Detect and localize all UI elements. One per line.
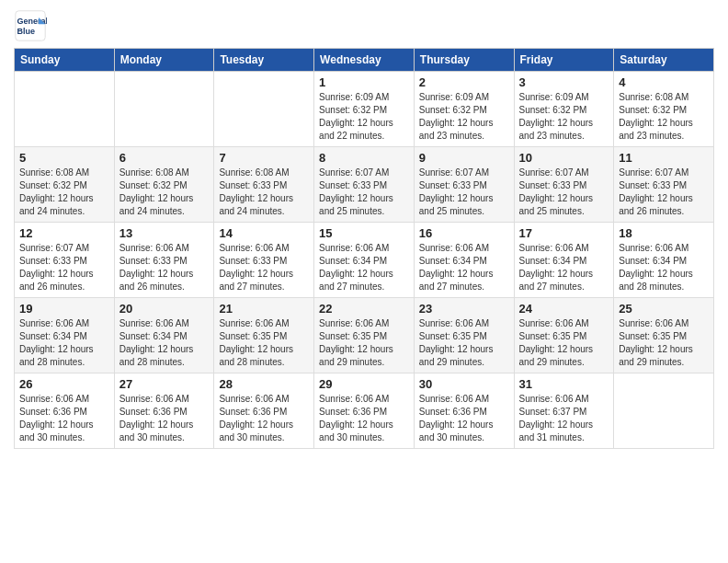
cell-info: Sunrise: 6:06 AMSunset: 6:35 PMDaylight:… bbox=[619, 317, 709, 369]
cell-info: Sunrise: 6:06 AMSunset: 6:37 PMDaylight:… bbox=[519, 393, 609, 444]
calendar-cell: 5Sunrise: 6:08 AMSunset: 6:32 PMDaylight… bbox=[15, 147, 115, 223]
calendar-cell: 3Sunrise: 6:09 AMSunset: 6:32 PMDaylight… bbox=[514, 72, 614, 147]
cell-info: Sunrise: 6:06 AMSunset: 6:34 PMDaylight:… bbox=[619, 242, 709, 293]
cell-info: Sunrise: 6:06 AMSunset: 6:34 PMDaylight:… bbox=[519, 242, 609, 293]
cell-info: Sunrise: 6:06 AMSunset: 6:36 PMDaylight:… bbox=[19, 393, 109, 444]
calendar-cell: 21Sunrise: 6:06 AMSunset: 6:35 PMDayligh… bbox=[214, 298, 314, 373]
calendar-cell: 17Sunrise: 6:06 AMSunset: 6:34 PMDayligh… bbox=[514, 223, 614, 298]
cell-info: Sunrise: 6:06 AMSunset: 6:35 PMDaylight:… bbox=[519, 317, 609, 369]
svg-text:Blue: Blue bbox=[17, 27, 36, 36]
day-number: 28 bbox=[219, 377, 309, 391]
header: General Blue bbox=[14, 9, 714, 42]
calendar-cell: 29Sunrise: 6:06 AMSunset: 6:36 PMDayligh… bbox=[314, 373, 415, 449]
cell-info: Sunrise: 6:08 AMSunset: 6:32 PMDaylight:… bbox=[19, 167, 109, 218]
day-number: 29 bbox=[319, 377, 409, 391]
day-number: 2 bbox=[419, 75, 509, 89]
cell-info: Sunrise: 6:07 AMSunset: 6:33 PMDaylight:… bbox=[19, 242, 109, 293]
calendar-cell bbox=[614, 373, 714, 449]
cell-info: Sunrise: 6:06 AMSunset: 6:34 PMDaylight:… bbox=[319, 242, 409, 293]
calendar-cell: 8Sunrise: 6:07 AMSunset: 6:33 PMDaylight… bbox=[314, 147, 415, 223]
calendar-cell: 26Sunrise: 6:06 AMSunset: 6:36 PMDayligh… bbox=[15, 373, 115, 449]
day-number: 8 bbox=[319, 151, 409, 165]
calendar-cell: 23Sunrise: 6:06 AMSunset: 6:35 PMDayligh… bbox=[414, 298, 514, 373]
calendar-cell: 25Sunrise: 6:06 AMSunset: 6:35 PMDayligh… bbox=[614, 298, 714, 373]
logo: General Blue bbox=[14, 9, 51, 42]
day-number: 31 bbox=[519, 377, 609, 391]
day-number: 9 bbox=[419, 151, 509, 165]
calendar-cell: 6Sunrise: 6:08 AMSunset: 6:32 PMDaylight… bbox=[114, 147, 214, 223]
calendar-cell: 18Sunrise: 6:06 AMSunset: 6:34 PMDayligh… bbox=[614, 223, 714, 298]
calendar-cell bbox=[114, 72, 214, 147]
day-number: 16 bbox=[419, 226, 509, 240]
day-number: 4 bbox=[619, 75, 709, 89]
day-number: 10 bbox=[519, 151, 609, 165]
day-number: 25 bbox=[619, 302, 709, 316]
calendar-cell: 13Sunrise: 6:06 AMSunset: 6:33 PMDayligh… bbox=[114, 223, 214, 298]
calendar-cell: 24Sunrise: 6:06 AMSunset: 6:35 PMDayligh… bbox=[514, 298, 614, 373]
day-number: 14 bbox=[219, 226, 309, 240]
calendar-cell: 22Sunrise: 6:06 AMSunset: 6:35 PMDayligh… bbox=[314, 298, 415, 373]
cell-info: Sunrise: 6:06 AMSunset: 6:34 PMDaylight:… bbox=[419, 242, 509, 293]
calendar-cell: 9Sunrise: 6:07 AMSunset: 6:33 PMDaylight… bbox=[414, 147, 514, 223]
day-number: 30 bbox=[419, 377, 509, 391]
calendar-cell: 11Sunrise: 6:07 AMSunset: 6:33 PMDayligh… bbox=[614, 147, 714, 223]
cell-info: Sunrise: 6:09 AMSunset: 6:32 PMDaylight:… bbox=[419, 91, 509, 143]
calendar-cell: 30Sunrise: 6:06 AMSunset: 6:36 PMDayligh… bbox=[414, 373, 514, 449]
calendar-cell: 28Sunrise: 6:06 AMSunset: 6:36 PMDayligh… bbox=[214, 373, 314, 449]
calendar-cell: 19Sunrise: 6:06 AMSunset: 6:34 PMDayligh… bbox=[15, 298, 115, 373]
day-number: 17 bbox=[519, 226, 609, 240]
day-number: 18 bbox=[619, 226, 709, 240]
cell-info: Sunrise: 6:06 AMSunset: 6:33 PMDaylight:… bbox=[119, 242, 210, 293]
day-header-saturday: Saturday bbox=[614, 49, 714, 72]
day-number: 7 bbox=[219, 151, 309, 165]
day-number: 20 bbox=[119, 302, 210, 316]
calendar-cell: 16Sunrise: 6:06 AMSunset: 6:34 PMDayligh… bbox=[414, 223, 514, 298]
day-number: 11 bbox=[619, 151, 709, 165]
day-number: 1 bbox=[319, 75, 409, 89]
calendar-body: 1Sunrise: 6:09 AMSunset: 6:32 PMDaylight… bbox=[15, 72, 714, 449]
calendar-cell: 14Sunrise: 6:06 AMSunset: 6:33 PMDayligh… bbox=[214, 223, 314, 298]
day-header-sunday: Sunday bbox=[15, 49, 115, 72]
cell-info: Sunrise: 6:06 AMSunset: 6:36 PMDaylight:… bbox=[419, 393, 509, 444]
cell-info: Sunrise: 6:06 AMSunset: 6:34 PMDaylight:… bbox=[119, 317, 210, 369]
day-number: 15 bbox=[319, 226, 409, 240]
day-header-tuesday: Tuesday bbox=[214, 49, 314, 72]
day-number: 23 bbox=[419, 302, 509, 316]
calendar-cell: 31Sunrise: 6:06 AMSunset: 6:37 PMDayligh… bbox=[514, 373, 614, 449]
cell-info: Sunrise: 6:06 AMSunset: 6:34 PMDaylight:… bbox=[19, 317, 109, 369]
day-header-friday: Friday bbox=[514, 49, 614, 72]
cell-info: Sunrise: 6:06 AMSunset: 6:35 PMDaylight:… bbox=[219, 317, 309, 369]
calendar-cell: 7Sunrise: 6:08 AMSunset: 6:33 PMDaylight… bbox=[214, 147, 314, 223]
cell-info: Sunrise: 6:06 AMSunset: 6:36 PMDaylight:… bbox=[119, 393, 210, 444]
cell-info: Sunrise: 6:06 AMSunset: 6:36 PMDaylight:… bbox=[319, 393, 409, 444]
cell-info: Sunrise: 6:06 AMSunset: 6:35 PMDaylight:… bbox=[319, 317, 409, 369]
calendar-week-4: 19Sunrise: 6:06 AMSunset: 6:34 PMDayligh… bbox=[15, 298, 714, 373]
day-number: 22 bbox=[319, 302, 409, 316]
day-number: 24 bbox=[519, 302, 609, 316]
calendar-cell bbox=[15, 72, 115, 147]
page: General Blue SundayMondayTuesdayWednesda… bbox=[0, 0, 728, 563]
calendar-cell: 20Sunrise: 6:06 AMSunset: 6:34 PMDayligh… bbox=[114, 298, 214, 373]
calendar-cell bbox=[214, 72, 314, 147]
cell-info: Sunrise: 6:07 AMSunset: 6:33 PMDaylight:… bbox=[519, 167, 609, 218]
day-number: 5 bbox=[19, 151, 109, 165]
cell-info: Sunrise: 6:06 AMSunset: 6:35 PMDaylight:… bbox=[419, 317, 509, 369]
day-header-thursday: Thursday bbox=[414, 49, 514, 72]
calendar-cell: 12Sunrise: 6:07 AMSunset: 6:33 PMDayligh… bbox=[15, 223, 115, 298]
cell-info: Sunrise: 6:07 AMSunset: 6:33 PMDaylight:… bbox=[319, 167, 409, 218]
calendar-header-row: SundayMondayTuesdayWednesdayThursdayFrid… bbox=[15, 49, 714, 72]
cell-info: Sunrise: 6:09 AMSunset: 6:32 PMDaylight:… bbox=[319, 91, 409, 143]
calendar-cell: 4Sunrise: 6:08 AMSunset: 6:32 PMDaylight… bbox=[614, 72, 714, 147]
day-number: 21 bbox=[219, 302, 309, 316]
cell-info: Sunrise: 6:06 AMSunset: 6:33 PMDaylight:… bbox=[219, 242, 309, 293]
calendar-week-5: 26Sunrise: 6:06 AMSunset: 6:36 PMDayligh… bbox=[15, 373, 714, 449]
cell-info: Sunrise: 6:08 AMSunset: 6:32 PMDaylight:… bbox=[119, 167, 210, 218]
calendar-cell: 10Sunrise: 6:07 AMSunset: 6:33 PMDayligh… bbox=[514, 147, 614, 223]
cell-info: Sunrise: 6:08 AMSunset: 6:32 PMDaylight:… bbox=[619, 91, 709, 143]
day-header-monday: Monday bbox=[114, 49, 214, 72]
day-header-wednesday: Wednesday bbox=[314, 49, 415, 72]
logo-icon: General Blue bbox=[14, 9, 47, 42]
cell-info: Sunrise: 6:06 AMSunset: 6:36 PMDaylight:… bbox=[219, 393, 309, 444]
day-number: 19 bbox=[19, 302, 109, 316]
cell-info: Sunrise: 6:07 AMSunset: 6:33 PMDaylight:… bbox=[619, 167, 709, 218]
